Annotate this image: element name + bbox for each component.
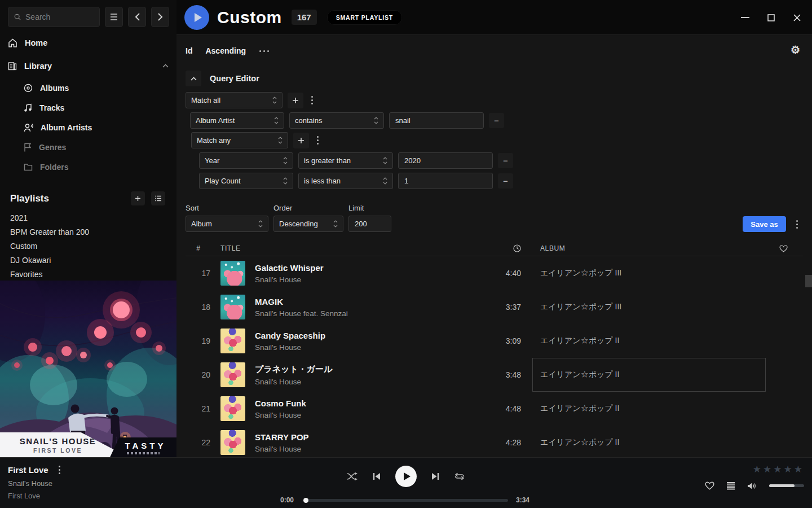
- column-album[interactable]: ALBUM: [538, 244, 775, 252]
- now-playing-menu-button[interactable]: [56, 466, 63, 474]
- playlist-item[interactable]: BPM Greater than 200: [0, 225, 176, 239]
- rating-stars[interactable]: ★★★★★: [705, 463, 804, 475]
- add-playlist-button[interactable]: [131, 191, 145, 205]
- plus-icon: [135, 195, 141, 202]
- track-duration: 3:37: [489, 303, 521, 312]
- remove-rule-button[interactable]: −: [498, 153, 513, 168]
- select-arrows-icon: [258, 220, 263, 227]
- column-duration[interactable]: [489, 244, 521, 252]
- rule-operator-select[interactable]: is less than: [298, 173, 393, 189]
- table-row[interactable]: 18 MAGIKSnail's House feat. Sennzai 3:37…: [186, 290, 803, 324]
- scrollbar-thumb[interactable]: [805, 275, 812, 287]
- rule-value-input[interactable]: [389, 112, 484, 129]
- repeat-icon[interactable]: [454, 472, 465, 481]
- sidebar-item-library[interactable]: Library: [0, 58, 176, 73]
- play-playlist-button[interactable]: [184, 5, 209, 30]
- playlist-item[interactable]: 2021: [0, 211, 176, 225]
- query-editor-title: Query Editor: [210, 74, 259, 83]
- previous-track-icon[interactable]: [373, 472, 381, 480]
- rule-operator-select[interactable]: contains: [289, 112, 384, 129]
- library-icon: [8, 62, 17, 71]
- rule-operator-select[interactable]: is greater than: [298, 152, 393, 169]
- table-row[interactable]: 19 Candy SpaceshipSnail's House 3:09 エイリ…: [186, 324, 803, 358]
- plus-icon: [298, 137, 304, 144]
- sort-field-button[interactable]: Id: [186, 46, 192, 55]
- remove-rule-button[interactable]: −: [489, 113, 504, 128]
- rule-field-select[interactable]: Album Artist: [190, 112, 284, 129]
- column-favorite[interactable]: [775, 245, 803, 252]
- group-menu-button[interactable]: [308, 96, 316, 104]
- queue-icon[interactable]: [727, 482, 735, 490]
- seek-bar[interactable]: [304, 499, 508, 502]
- close-button[interactable]: [788, 9, 805, 26]
- volume-icon[interactable]: [747, 482, 757, 490]
- table-row[interactable]: 22 STARRY POPSnail's House 4:28 エイリアン☆ポッ…: [186, 426, 803, 459]
- playlists-title: Playlists: [10, 193, 49, 204]
- playlist-item-custom-selected[interactable]: Custom: [0, 239, 176, 253]
- select-arrows-icon: [383, 177, 387, 185]
- play-pause-button[interactable]: [395, 466, 417, 487]
- sidebar-item-albums[interactable]: Albums: [0, 78, 176, 98]
- sidebar-item-home[interactable]: Home: [0, 35, 176, 50]
- search-box[interactable]: [8, 7, 100, 27]
- track-title: プラネット・ガール: [255, 364, 489, 375]
- track-album-focused[interactable]: エイリアン☆ポップ II: [538, 358, 775, 392]
- sidebar-tracks-label: Tracks: [39, 103, 64, 112]
- volume-slider[interactable]: [769, 484, 804, 487]
- seek-knob[interactable]: [303, 498, 308, 503]
- playlists-list: 2021 BPM Greater than 200 Custom DJ Okaw…: [0, 211, 176, 281]
- seek-bar-row: 0:00 3:34: [280, 496, 532, 504]
- maximize-button[interactable]: [762, 9, 779, 26]
- search-input[interactable]: [25, 12, 94, 21]
- rule-value-input[interactable]: [398, 152, 493, 169]
- cover-album-name: FIRST LOVE: [6, 447, 110, 454]
- cover-label-banner: TASTY: [110, 437, 176, 457]
- sidebar-item-genres[interactable]: Genres: [0, 137, 176, 157]
- order-select[interactable]: Descending: [273, 216, 343, 232]
- favorite-heart-icon[interactable]: [705, 481, 714, 490]
- shuffle-icon[interactable]: [347, 472, 358, 481]
- sidebar-home-label: Home: [25, 38, 47, 47]
- track-artist: Snail's House feat. Sennzai: [255, 309, 489, 318]
- menu-button[interactable]: [105, 7, 123, 27]
- limit-input[interactable]: [348, 216, 391, 232]
- minimize-button[interactable]: [736, 9, 753, 26]
- next-track-icon[interactable]: [431, 472, 439, 480]
- settings-gear-icon[interactable]: ⚙: [791, 45, 800, 55]
- forward-button[interactable]: [151, 7, 169, 27]
- track-album: エイリアン☆ポップ III: [538, 256, 775, 290]
- playlist-item[interactable]: DJ Okawari: [0, 253, 176, 267]
- rule-field-select[interactable]: Play Count: [199, 173, 293, 189]
- rule-value-input[interactable]: [398, 173, 493, 189]
- track-artist: Snail's House: [255, 445, 489, 453]
- rule-field-select[interactable]: Year: [199, 152, 293, 169]
- table-row[interactable]: 20 プラネット・ガールSnail's House 3:48 エイリアン☆ポップ…: [186, 358, 803, 392]
- collapse-query-editor-button[interactable]: [186, 71, 201, 86]
- add-rule-button[interactable]: [293, 133, 309, 148]
- column-title[interactable]: TITLE: [211, 244, 489, 252]
- chevron-up-icon[interactable]: [162, 64, 169, 68]
- sort-select[interactable]: Album: [186, 216, 268, 232]
- table-row[interactable]: 17 Galactic WhisperSnail's House 4:40 エイ…: [186, 256, 803, 290]
- save-as-button[interactable]: Save as: [743, 216, 786, 232]
- sidebar-item-folders[interactable]: Folders: [0, 157, 176, 177]
- save-menu-button[interactable]: [791, 218, 803, 230]
- remove-rule-button[interactable]: −: [498, 173, 513, 189]
- match-mode-select[interactable]: Match any: [191, 132, 288, 148]
- now-playing-cover-art[interactable]: SNAIL'S HOUSE FIRST LOVE TASTY: [0, 281, 176, 457]
- sort-direction-button[interactable]: Ascending: [205, 46, 246, 55]
- back-button[interactable]: [128, 7, 146, 27]
- playlist-item[interactable]: Favorites: [0, 267, 176, 281]
- playlist-list-button[interactable]: [151, 191, 165, 205]
- select-arrows-icon: [278, 137, 283, 144]
- match-mode-select[interactable]: Match all: [186, 92, 283, 108]
- more-options-button[interactable]: [259, 50, 269, 52]
- track-artist: Snail's House: [255, 275, 489, 284]
- column-number[interactable]: #: [186, 244, 211, 252]
- add-rule-button[interactable]: [288, 93, 303, 108]
- group-menu-button[interactable]: [314, 136, 321, 144]
- sidebar-item-tracks[interactable]: Tracks: [0, 98, 176, 117]
- sidebar-item-album-artists[interactable]: Album Artists: [0, 117, 176, 137]
- minimize-icon: [741, 17, 749, 18]
- table-row[interactable]: 21 Cosmo FunkSnail's House 4:48 エイリアン☆ポッ…: [186, 392, 803, 426]
